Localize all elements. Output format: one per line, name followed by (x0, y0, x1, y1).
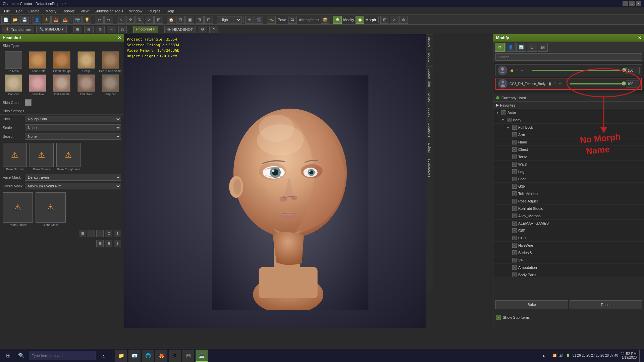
menu-edit[interactable]: Edit (13, 8, 25, 14)
taskbar-app-3[interactable]: 🌐 (142, 350, 154, 362)
tree-alemargames[interactable]: ✓ ALEMAR_GAMES (493, 220, 644, 227)
extra-btn1[interactable]: ⊞ (380, 16, 389, 24)
menu-help[interactable]: Help (164, 8, 177, 14)
view-btn5[interactable]: ⊟ (204, 16, 213, 24)
tab-visual[interactable]: Visual (426, 90, 433, 105)
headshot-settings[interactable]: ⚙ (198, 26, 207, 33)
taskbar-app-active[interactable]: 💻 (196, 350, 208, 362)
morph-edit-icon[interactable]: ✏ (520, 68, 525, 73)
left-panel-close-icon[interactable]: ✕ (118, 36, 121, 40)
icon-btn-5[interactable]: ↥ (114, 230, 121, 237)
tree-series8[interactable]: ✓ Series 8 (493, 249, 644, 256)
show-sub-items-checkbox[interactable]: ✓ (496, 315, 501, 320)
tab-scene[interactable]: Scene (426, 105, 433, 120)
tree-check-bodyparts[interactable]: ✓ (512, 273, 517, 277)
icon-btn-4[interactable]: ⊡ (105, 230, 112, 237)
show-desktop-button[interactable] (639, 350, 642, 362)
menu-file[interactable]: File (1, 8, 13, 14)
search-button[interactable]: 🔍 (15, 350, 28, 362)
tab-icon-2[interactable]: 👤 (505, 43, 516, 52)
taskbar-app-5[interactable]: ⚙ (169, 350, 181, 362)
open-button[interactable]: 📂 (11, 16, 19, 24)
headshot-extra[interactable]: ↻ (209, 26, 218, 33)
rotate-btn[interactable]: ↻ (136, 16, 144, 24)
tree-check-hivewire[interactable]: ✓ (512, 243, 517, 248)
tree-torso[interactable]: ✓ Torso (493, 153, 644, 161)
tree-hivewire[interactable]: ✓ HiveWire (493, 242, 644, 249)
view-btn4[interactable]: ⊞ (195, 16, 204, 24)
tree-check-v4[interactable]: ✓ (512, 258, 517, 262)
morph-menu-icon-body[interactable]: ⋯ (564, 81, 568, 86)
tab-modify[interactable]: Modify (426, 34, 433, 50)
light-btn[interactable]: 💡 (83, 16, 91, 24)
reset-button[interactable]: Reset (570, 300, 642, 309)
new-button[interactable]: 📄 (1, 16, 10, 24)
tree-check-tokomotion[interactable]: ✓ (512, 191, 517, 196)
modify-toolbar-btn[interactable]: ⚙ (333, 16, 342, 24)
tree-arm[interactable]: ✓ Arm (493, 131, 644, 138)
save-button[interactable]: 💾 (20, 16, 29, 24)
tree-check-poseadjust[interactable]: ✓ (512, 199, 517, 203)
icon-btn-7[interactable]: ⊞ (105, 240, 112, 247)
start-button[interactable]: ⊞ (2, 350, 14, 362)
tree-alleymorphs[interactable]: ✓ Alley_Morphs (493, 212, 644, 220)
menu-submission-tools[interactable]: Submission Tools (92, 8, 126, 14)
skin-item-contour[interactable]: Contour (2, 74, 25, 96)
taskbar-app-4[interactable]: 🦊 (155, 350, 167, 362)
modify-search-input[interactable] (495, 53, 642, 61)
undo-btn[interactable]: ↩ (95, 16, 104, 24)
morph-slider-body[interactable] (570, 83, 624, 84)
view-btn1[interactable]: 🏠 (167, 16, 175, 24)
morph-menu-icon[interactable]: ⋯ (525, 68, 530, 73)
tree-actor[interactable]: ▼ ✓ Actor (493, 109, 644, 116)
taskbar-app-1[interactable]: 📁 (115, 350, 127, 362)
tree-check-fullbody[interactable]: ✓ (512, 125, 517, 130)
menu-view[interactable]: View (78, 8, 91, 14)
menu-create[interactable]: Create (26, 8, 42, 14)
morph-value-actor[interactable] (626, 67, 640, 74)
morph-heart-icon[interactable]: ♡ (515, 68, 519, 73)
scale-select[interactable]: None (25, 124, 121, 131)
btn-small-1[interactable]: ⊞ (73, 26, 82, 33)
extra-btn2[interactable]: ↗ (390, 16, 398, 24)
close-button[interactable]: ✕ (636, 1, 641, 6)
tree-check-amputation[interactable]: ✓ (512, 265, 517, 270)
morph-toolbar-btn[interactable]: ◉ (356, 16, 364, 24)
redo-btn[interactable]: ↪ (104, 16, 113, 24)
morph-value-body[interactable] (626, 80, 639, 87)
taskbar-time-date[interactable]: 11:52 PM 1/19/2020 (621, 352, 637, 359)
taskbar-app-6[interactable]: 🎮 (182, 350, 194, 362)
menu-plugins[interactable]: Plugins (146, 8, 163, 14)
tree-g3f[interactable]: ✓ G3F (493, 183, 644, 190)
pose-btn[interactable]: 🤸 (267, 16, 276, 24)
skin-select[interactable]: Rough Skin (25, 116, 121, 122)
tree-amputation[interactable]: ✓ Amputation (493, 264, 644, 271)
scale-btn[interactable]: ⤢ (145, 16, 154, 24)
texture-base-roughness[interactable]: ⚠ Base Roughness (56, 143, 80, 171)
render-btn[interactable]: 🎬 (255, 16, 263, 24)
tree-check-body[interactable]: ✓ (507, 118, 512, 122)
move-btn[interactable]: ✛ (126, 16, 135, 24)
tree-check-waist[interactable]: ✓ (512, 162, 517, 167)
extra-btn3[interactable]: ⊕ (399, 16, 408, 24)
tree-cc9[interactable]: ✓ CC9 (493, 234, 644, 242)
tree-leg[interactable]: ✓ Leg (493, 168, 644, 175)
tree-check-kohlrabi[interactable]: ✓ (512, 206, 517, 211)
skin-item-cleansoft[interactable]: Clean Soft (26, 51, 49, 73)
task-view-button[interactable]: ⊡ (97, 350, 109, 362)
texture-base-normal[interactable]: ⚠ Base Normal (3, 143, 27, 171)
export-btn[interactable]: 📤 (61, 16, 69, 24)
instalod-button[interactable]: 🔧 InstaLOD ▾ (36, 26, 67, 33)
skin-item-sensitive[interactable]: Sensitive (26, 74, 49, 96)
taskbar-app-2[interactable]: 📧 (128, 350, 141, 362)
system-tray-up[interactable]: ▲ (538, 350, 550, 362)
morph-heart-icon-body[interactable]: ♡ (553, 81, 557, 86)
skin-item-scalp[interactable]: Scalp (75, 51, 98, 73)
maximize-button[interactable]: □ (629, 1, 635, 6)
tree-body[interactable]: ▼ ✓ Body (493, 116, 644, 124)
taskbar-search-input[interactable] (29, 351, 96, 360)
tree-check-cc9[interactable]: ✓ (512, 236, 517, 240)
morph-lock-icon-body[interactable]: 🔒 (547, 81, 552, 86)
tree-waist[interactable]: ✓ Waist (493, 161, 644, 168)
tree-check-chest[interactable]: ✓ (512, 147, 517, 152)
